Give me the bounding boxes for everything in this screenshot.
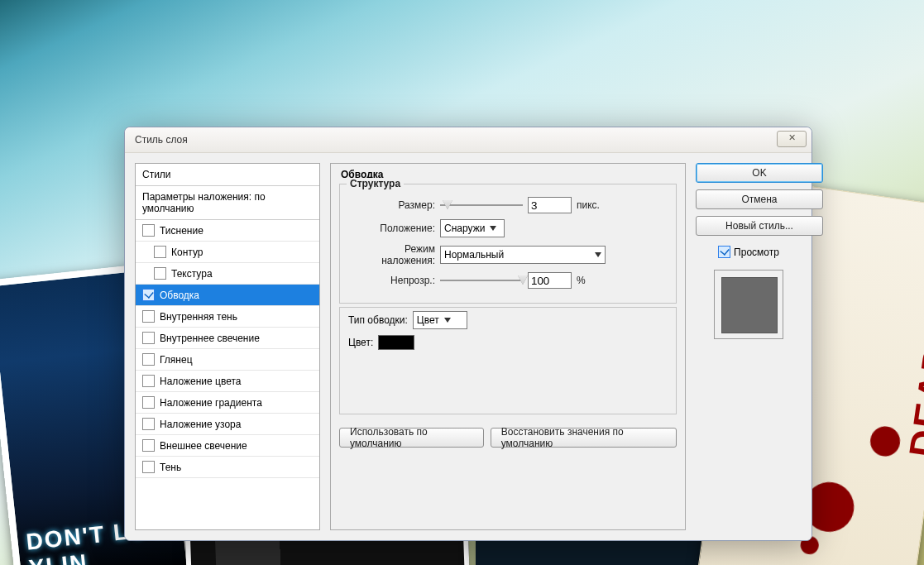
style-row-label: Внешнее свечение (160, 440, 247, 452)
fill-fieldset: Тип обводки: Цвет Цвет: (339, 307, 677, 414)
slider-thumb-icon[interactable] (443, 200, 452, 209)
style-row-label: Тень (160, 462, 181, 473)
style-row-наложение-цвета[interactable]: Наложение цвета (136, 371, 319, 392)
style-row-label: Внутренняя тень (160, 311, 237, 323)
position-value: Снаружи (444, 223, 485, 234)
slider-track (440, 280, 523, 281)
ok-button[interactable]: OK (696, 163, 823, 183)
style-row-наложение-градиента[interactable]: Наложение градиента (136, 392, 319, 414)
desktop-background: DEADPOOL Стиль слоя ✕ Стили Параметры на… (0, 0, 924, 565)
position-dropdown[interactable]: Снаружи (440, 219, 505, 237)
style-row-label: Наложение узора (160, 419, 241, 430)
reset-default-button[interactable]: Восстановить значения по умолчанию (491, 428, 677, 448)
cancel-button[interactable]: Отмена (696, 189, 823, 209)
style-checkbox[interactable] (142, 310, 155, 323)
blend-mode-label: Режим наложения: (348, 243, 435, 266)
style-checkbox[interactable] (142, 396, 155, 409)
preview-box (714, 270, 783, 339)
chevron-down-icon (444, 318, 451, 323)
opacity-input[interactable] (528, 272, 572, 289)
styles-header[interactable]: Стили (136, 164, 319, 186)
new-style-button[interactable]: Новый стиль... (696, 216, 823, 236)
style-row-label: Контур (171, 247, 203, 258)
chevron-down-icon (490, 226, 496, 231)
splat-icon (869, 424, 902, 458)
dialog-titlebar[interactable]: Стиль слоя ✕ (125, 127, 811, 153)
style-checkbox[interactable] (142, 439, 155, 452)
blending-options-header[interactable]: Параметры наложения: по умолчанию (136, 186, 319, 220)
poster-right-title: DEADPOOL (900, 227, 924, 461)
structure-fieldset: Структура Размер: пикс. Положение: (339, 184, 677, 304)
layer-style-dialog: Стиль слоя ✕ Стили Параметры наложения: … (124, 127, 812, 541)
slider-track (440, 204, 523, 206)
opacity-label: Непрозр.: (348, 275, 435, 286)
dialog-title: Стиль слоя (135, 134, 188, 146)
opacity-unit: % (577, 275, 586, 286)
dialog-buttons-column: OK Отмена Новый стиль... Просмотр (696, 163, 802, 530)
blend-mode-dropdown[interactable]: Нормальный (440, 246, 606, 264)
slider-thumb-icon[interactable] (518, 275, 528, 285)
size-unit: пикс. (577, 199, 600, 211)
make-default-button[interactable]: Использовать по умолчанию (339, 428, 484, 448)
style-row-label: Обводка (160, 290, 199, 301)
style-row-наложение-узора[interactable]: Наложение узора (136, 414, 319, 435)
style-row-текстура[interactable]: Текстура (136, 263, 319, 285)
stroke-color-swatch[interactable] (378, 335, 414, 350)
style-row-label: Тиснение (160, 225, 203, 237)
style-checkbox[interactable] (142, 461, 155, 473)
style-row-label: Внутреннее свечение (160, 333, 260, 344)
style-row-label: Наложение цвета (160, 376, 241, 387)
structure-legend: Структура (347, 178, 404, 189)
style-row-тиснение[interactable]: Тиснение (136, 220, 319, 242)
preview-swatch (721, 277, 778, 333)
size-slider[interactable] (440, 199, 523, 211)
fill-type-dropdown[interactable]: Цвет (413, 311, 467, 329)
fill-type-label: Тип обводки: (348, 314, 408, 326)
size-input[interactable] (528, 197, 572, 213)
style-row-label: Текстура (171, 268, 213, 280)
close-icon: ✕ (788, 132, 796, 142)
style-checkbox[interactable] (142, 375, 155, 387)
stroke-settings-panel: Обводка Структура Размер: пикс. Положени (330, 163, 686, 530)
position-label: Положение: (348, 223, 435, 234)
preview-checkbox[interactable] (718, 246, 730, 258)
style-row-внутренняя-тень[interactable]: Внутренняя тень (136, 306, 319, 328)
blend-mode-value: Нормальный (444, 249, 590, 261)
style-row-label: Глянец (160, 354, 193, 366)
style-row-контур[interactable]: Контур (136, 242, 319, 263)
opacity-slider[interactable] (440, 275, 523, 286)
style-checkbox[interactable] (142, 224, 155, 237)
style-checkbox[interactable] (142, 332, 155, 344)
preview-label: Просмотр (734, 247, 779, 258)
style-checkbox[interactable] (142, 418, 155, 430)
color-label: Цвет: (348, 337, 373, 348)
style-row-глянец[interactable]: Глянец (136, 349, 319, 371)
style-checkbox[interactable] (154, 267, 166, 280)
style-checkbox[interactable] (154, 246, 166, 258)
close-button[interactable]: ✕ (777, 131, 807, 147)
styles-list-panel: Стили Параметры наложения: по умолчанию … (135, 163, 320, 530)
style-row-тень[interactable]: Тень (136, 457, 319, 478)
style-row-label: Наложение градиента (160, 397, 262, 409)
style-row-обводка[interactable]: Обводка (136, 285, 319, 306)
style-checkbox[interactable] (142, 289, 155, 301)
chevron-down-icon (595, 252, 601, 257)
size-label: Размер: (348, 199, 435, 211)
style-row-внутреннее-свечение[interactable]: Внутреннее свечение (136, 328, 319, 349)
fill-type-value: Цвет (417, 314, 439, 326)
style-row-внешнее-свечение[interactable]: Внешнее свечение (136, 435, 319, 457)
style-checkbox[interactable] (142, 353, 155, 366)
